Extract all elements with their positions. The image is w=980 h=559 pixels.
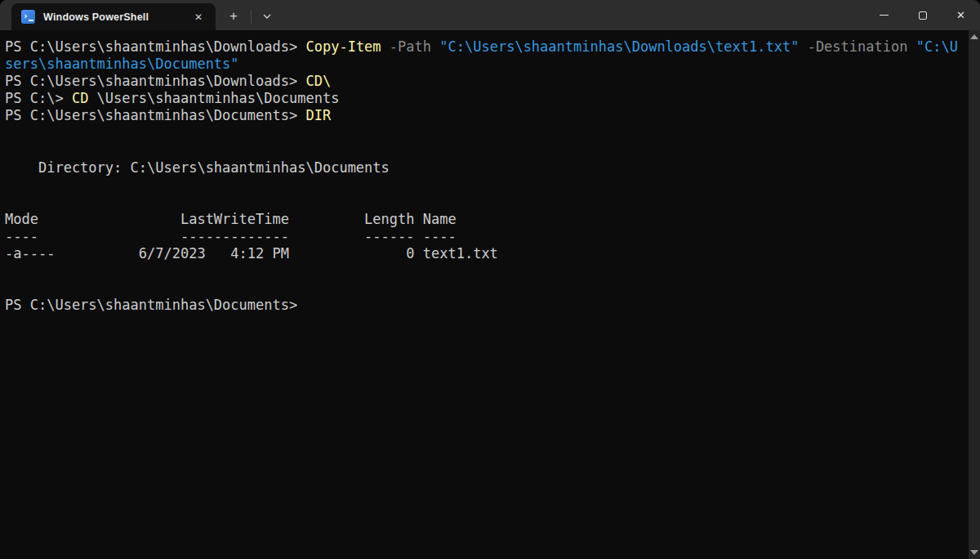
scroll-down-icon[interactable] [970,550,978,555]
terminal-line: PS C:\Users\shaantminhas\Documents> [5,297,969,314]
terminal-line: -a---- 6/7/2023 4:12 PM 0 text1.txt [5,245,969,262]
new-tab-button[interactable]: + [221,5,246,28]
powershell-icon: › [21,10,35,24]
terminal-line: PS C:\> CD \Users\shaantminhas\Documents [5,90,969,107]
minimize-icon [880,15,889,16]
terminal-line: sers\shaantminhas\Documents" [5,56,969,73]
caption-controls: ✕ [865,0,980,30]
terminal-line [5,124,969,141]
maximize-button[interactable] [903,0,942,30]
terminal-line [5,177,969,194]
close-icon: ✕ [956,10,965,20]
minimize-button[interactable] [865,0,903,30]
terminal-line: Directory: C:\Users\shaantminhas\Documen… [5,159,969,177]
terminal-window: › Windows PowerShell ✕ + [0,0,980,559]
terminal-line [5,194,969,211]
terminal-line: PS C:\Users\shaantminhas\Downloads> Copy… [5,38,969,56]
scroll-up-icon[interactable] [970,34,978,39]
tab-close-button[interactable]: ✕ [188,7,209,27]
tab-windows-powershell[interactable]: › Windows PowerShell ✕ [11,3,216,30]
titlebar-drag-region[interactable] [279,0,865,30]
window-titlebar: › Windows PowerShell ✕ + [0,0,980,30]
terminal-output[interactable]: PS C:\Users\shaantminhas\Downloads> Copy… [0,30,969,559]
terminal-line: PS C:\Users\shaantminhas\Documents> DIR [5,107,969,124]
plus-icon: + [229,8,238,25]
terminal-line: Mode LastWriteTime Length Name [5,211,969,228]
tab-dropdown-button[interactable] [255,5,279,28]
chevron-down-icon [262,11,272,21]
terminal-line: ---- ------------- ------ ---- [5,228,969,245]
terminal-line [5,142,969,159]
terminal-line [5,280,969,297]
maximize-icon [919,11,927,20]
terminal-line [5,262,969,280]
close-button[interactable]: ✕ [942,0,980,30]
tab-title: Windows PowerShell [43,11,188,23]
close-icon: ✕ [194,11,203,23]
tab-separator [251,11,252,25]
terminal-line: PS C:\Users\shaantminhas\Downloads> CD\ [5,73,969,90]
scrollbar[interactable] [969,30,980,559]
